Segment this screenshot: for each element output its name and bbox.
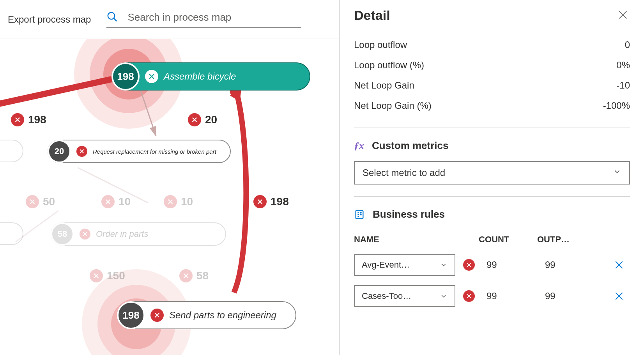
panel-title: Detail bbox=[354, 8, 390, 23]
search-icon bbox=[106, 11, 118, 24]
remove-rule-icon[interactable] bbox=[463, 290, 475, 302]
remove-rule-icon[interactable] bbox=[463, 259, 475, 271]
node-count: 198 bbox=[111, 62, 140, 91]
edge-198[interactable]: 198 bbox=[11, 113, 46, 126]
edge-count: 10 bbox=[119, 195, 131, 208]
custom-metrics-header: Custom metrics bbox=[372, 140, 449, 152]
node-count: 20 bbox=[48, 140, 71, 163]
chevron-down-icon bbox=[613, 167, 621, 178]
edge-count: 198 bbox=[28, 114, 46, 126]
stat-net-loop-gain-pct: Net Loop Gain (%) -100% bbox=[354, 96, 630, 116]
edge-count: 20 bbox=[205, 114, 217, 126]
node-count: 198 bbox=[117, 301, 145, 329]
error-icon bbox=[179, 269, 193, 282]
edge-198b[interactable]: 198 bbox=[253, 195, 289, 208]
stat-loop-outflow-pct: Loop outflow (%) 0% bbox=[354, 55, 630, 75]
stat-net-loop-gain: Net Loop Gain -10 bbox=[354, 75, 630, 96]
edge-count: 10 bbox=[181, 195, 193, 208]
edge-10b[interactable]: 10 bbox=[164, 195, 193, 208]
rule-output: 99 bbox=[545, 259, 600, 270]
svg-point-40 bbox=[360, 214, 361, 215]
node-label: Send parts to engineering bbox=[169, 310, 288, 321]
node-count: 58 bbox=[51, 222, 74, 246]
chevron-down-icon bbox=[440, 292, 448, 300]
rule-name-dropdown[interactable]: Avg-Event… bbox=[354, 254, 455, 276]
node-label: arts bbox=[0, 147, 9, 155]
delete-rule-button[interactable] bbox=[607, 291, 631, 301]
error-icon bbox=[188, 113, 201, 126]
error-icon bbox=[150, 309, 164, 322]
business-rules-table-header: NAME COUNT OUTP… bbox=[354, 230, 630, 249]
edge-count: 50 bbox=[43, 195, 55, 208]
rule-count: 99 bbox=[487, 291, 537, 302]
chevron-down-icon bbox=[440, 261, 448, 269]
search-container bbox=[106, 11, 301, 28]
error-icon bbox=[80, 229, 90, 240]
node-partial-tory[interactable]: tory bbox=[0, 222, 23, 245]
node-assemble-bicycle[interactable]: 198 Assemble bicycle bbox=[111, 62, 310, 91]
error-icon bbox=[11, 113, 24, 126]
export-process-map-button[interactable]: Export process map bbox=[8, 14, 91, 25]
node-label: Request replacement for missing or broke… bbox=[93, 148, 228, 155]
edge-count: 58 bbox=[196, 270, 209, 282]
svg-point-0 bbox=[108, 12, 115, 19]
error-icon bbox=[164, 195, 177, 208]
error-icon bbox=[76, 146, 87, 157]
svg-point-39 bbox=[360, 212, 361, 213]
node-label: Order in parts bbox=[96, 229, 160, 239]
node-label: Assemble bicycle bbox=[164, 71, 248, 82]
delete-rule-button[interactable] bbox=[607, 260, 631, 270]
error-icon bbox=[101, 195, 115, 208]
select-metric-dropdown[interactable]: Select metric to add bbox=[354, 161, 630, 185]
error-icon bbox=[145, 70, 158, 83]
edge-50[interactable]: 50 bbox=[26, 195, 55, 208]
rule-count: 99 bbox=[487, 259, 537, 270]
rule-name-dropdown[interactable]: Cases-Too… bbox=[354, 285, 455, 307]
fx-icon: ƒx bbox=[354, 140, 364, 152]
edge-count: 150 bbox=[107, 270, 125, 282]
search-input[interactable] bbox=[127, 11, 301, 23]
svg-line-1 bbox=[114, 18, 117, 21]
node-partial-arts[interactable]: arts bbox=[0, 140, 23, 162]
rule-output: 99 bbox=[545, 291, 600, 302]
node-send-engineering[interactable]: 198 Send parts to engineering bbox=[117, 301, 296, 329]
business-rule-row: Cases-Too… 99 99 bbox=[354, 280, 630, 312]
edge-58[interactable]: 58 bbox=[179, 269, 209, 282]
node-order-parts[interactable]: 58 Order in parts bbox=[51, 222, 226, 246]
svg-rect-35 bbox=[356, 210, 363, 218]
error-icon bbox=[253, 195, 267, 208]
business-rules-header: Business rules bbox=[373, 208, 445, 220]
edge-10a[interactable]: 10 bbox=[101, 195, 131, 208]
edge-20[interactable]: 20 bbox=[188, 113, 217, 126]
stat-loop-outflow: Loop outflow 0 bbox=[354, 35, 630, 55]
error-icon bbox=[26, 195, 39, 208]
error-icon bbox=[90, 269, 103, 282]
rules-icon bbox=[354, 209, 365, 220]
node-label: tory bbox=[0, 230, 9, 238]
detail-panel: Detail Loop outflow 0 Loop outflow (%) 0… bbox=[340, 0, 644, 355]
node-request-replacement[interactable]: 20 Request replacement for missing or br… bbox=[48, 140, 231, 163]
process-map-canvas[interactable]: 198 Assemble bicycle 198 20 arts bbox=[0, 39, 339, 355]
edge-count: 198 bbox=[271, 195, 289, 208]
business-rule-row: Avg-Event… 99 99 bbox=[354, 249, 630, 280]
edge-150[interactable]: 150 bbox=[90, 269, 125, 282]
close-button[interactable] bbox=[616, 8, 630, 23]
